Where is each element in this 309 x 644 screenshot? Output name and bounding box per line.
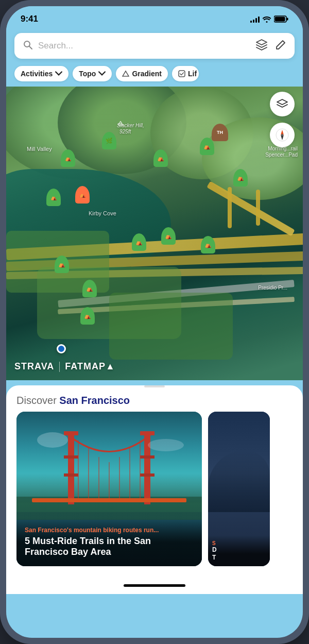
user-location-dot bbox=[57, 344, 66, 353]
map-layers-icon[interactable] bbox=[255, 39, 268, 53]
topo-map: Mill Valley Kirby Cove Slacker Hill, 925… bbox=[6, 87, 303, 380]
map-pin-5[interactable]: ⛺ bbox=[46, 189, 61, 206]
svg-point-9 bbox=[281, 134, 283, 136]
article-title: 5 Must-Ride Trails in the San Francisco … bbox=[25, 536, 194, 558]
svg-rect-13 bbox=[64, 473, 78, 477]
map-label-spencer-pad: Spencer...Pad bbox=[265, 152, 298, 158]
map-label-mill-valley: Mill Valley bbox=[27, 146, 52, 152]
side-card-overlay: S DT bbox=[208, 535, 270, 566]
svg-rect-18 bbox=[32, 498, 186, 502]
strava-logo: STRAVA bbox=[14, 361, 54, 372]
svg-point-27 bbox=[148, 439, 184, 451]
signal-icon bbox=[250, 15, 260, 23]
map-label-slacker-elevation: 925ft bbox=[119, 129, 131, 134]
article-cards-row: San Francisco's mountain biking routes r… bbox=[6, 412, 303, 577]
map-pin-2[interactable]: ⛺ bbox=[61, 149, 75, 167]
status-time: 9:41 bbox=[21, 14, 38, 24]
search-bar[interactable]: Search... bbox=[14, 33, 295, 59]
triangle-marker bbox=[117, 118, 124, 128]
status-bar: 9:41 bbox=[6, 6, 303, 29]
bottom-sheet: Discover San Francisco bbox=[6, 385, 303, 594]
status-icons bbox=[250, 15, 288, 23]
map-pin-12[interactable]: ⛺ bbox=[80, 307, 95, 325]
side-article-category: S bbox=[212, 540, 266, 546]
phone-frame: 9:41 bbox=[0, 0, 309, 644]
bridge-svg bbox=[32, 427, 186, 520]
discover-prefix: Discover bbox=[16, 395, 57, 406]
phone-screen: 9:41 bbox=[6, 6, 303, 638]
discover-header: Discover San Francisco bbox=[6, 387, 303, 412]
green-zone-3 bbox=[109, 293, 233, 360]
watermark: STRAVA FATMAP▲ bbox=[14, 361, 115, 372]
watermark-divider bbox=[59, 362, 60, 372]
wifi-icon bbox=[263, 15, 271, 23]
filter-chips: Activities Topo Gradient bbox=[6, 63, 303, 87]
lifts-filter[interactable]: Lif bbox=[172, 66, 199, 81]
search-right-icons bbox=[255, 39, 286, 53]
map-pin-9[interactable]: ⛺ bbox=[161, 227, 176, 245]
article-card-main[interactable]: San Francisco's mountain biking routes r… bbox=[16, 412, 202, 566]
map-pin-7[interactable]: ⛺ bbox=[55, 256, 69, 273]
card-overlay-main: San Francisco's mountain biking routes r… bbox=[16, 518, 202, 566]
fatmap-logo: FATMAP▲ bbox=[65, 361, 115, 372]
map-pin-13[interactable]: ⛺ bbox=[233, 169, 248, 187]
checkbox-icon bbox=[178, 70, 185, 77]
svg-rect-17 bbox=[140, 473, 154, 477]
home-bar bbox=[124, 584, 185, 587]
side-article-title: DT bbox=[212, 546, 266, 561]
lifts-label: Lif bbox=[188, 70, 197, 78]
home-indicator bbox=[6, 577, 303, 594]
bridge-tower-1 bbox=[228, 187, 232, 228]
battery-icon bbox=[274, 15, 288, 23]
map-pin-8[interactable]: ⛺ bbox=[132, 233, 146, 251]
map-label-presidio: Presidio Pr... bbox=[258, 285, 287, 291]
map-area[interactable]: Mill Valley Kirby Cove Slacker Hill, 925… bbox=[6, 87, 303, 380]
search-area: Search... bbox=[6, 29, 303, 63]
chevron-down-icon-2 bbox=[98, 70, 106, 77]
activities-filter[interactable]: Activities bbox=[14, 66, 68, 81]
map-pin-1[interactable]: 🌿 bbox=[102, 132, 116, 149]
map-label-kirby-cove: Kirby Cove bbox=[89, 210, 116, 216]
map-pin-6[interactable]: ⛺ bbox=[75, 186, 90, 204]
svg-rect-11 bbox=[64, 431, 78, 435]
svg-rect-16 bbox=[140, 455, 154, 459]
activities-label: Activities bbox=[21, 70, 53, 78]
svg-point-26 bbox=[37, 432, 68, 448]
map-pin-10[interactable]: ⛺ bbox=[201, 236, 215, 253]
map-pin-th[interactable]: TH bbox=[212, 124, 228, 141]
layers-button[interactable] bbox=[270, 92, 295, 116]
svg-rect-10 bbox=[68, 432, 74, 504]
svg-rect-2 bbox=[275, 17, 285, 22]
bridge-tower-2 bbox=[256, 190, 260, 226]
article-card-side[interactable]: S DT bbox=[208, 412, 270, 566]
triangle-icon bbox=[122, 70, 129, 77]
map-pin-11[interactable]: ⛺ bbox=[82, 280, 97, 297]
map-pin-3[interactable]: ⛺ bbox=[153, 149, 168, 167]
gradient-filter[interactable]: Gradient bbox=[116, 66, 168, 81]
topo-filter[interactable]: Topo bbox=[73, 66, 112, 81]
svg-rect-15 bbox=[140, 431, 154, 435]
discover-location: San Francisco bbox=[59, 395, 130, 406]
chevron-down-icon bbox=[55, 70, 62, 77]
gradient-label: Gradient bbox=[132, 70, 162, 78]
article-category: San Francisco's mountain biking routes r… bbox=[25, 527, 194, 534]
svg-line-4 bbox=[29, 46, 32, 49]
compass-button[interactable] bbox=[270, 123, 295, 147]
svg-rect-12 bbox=[64, 455, 78, 459]
edit-icon[interactable] bbox=[275, 39, 286, 53]
svg-rect-1 bbox=[287, 18, 288, 21]
topo-label: Topo bbox=[79, 70, 96, 78]
search-icon bbox=[23, 40, 33, 53]
search-input[interactable]: Search... bbox=[38, 41, 250, 51]
